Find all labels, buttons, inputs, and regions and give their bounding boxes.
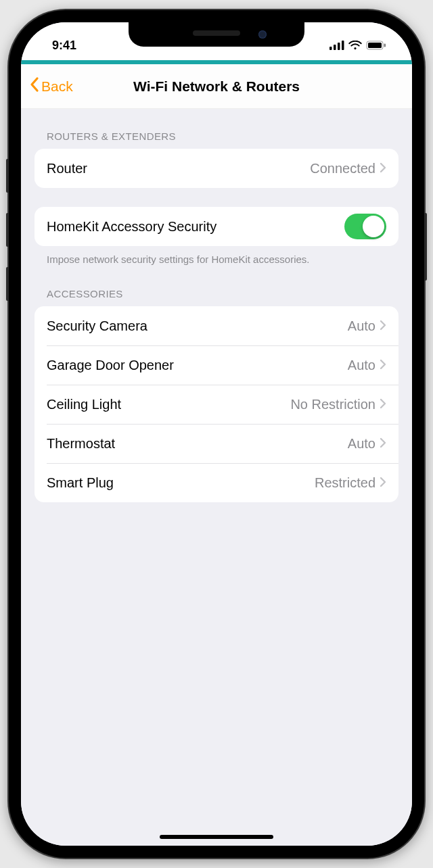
row-router[interactable]: Router Connected	[35, 149, 398, 188]
row-accessory-garage-door-opener[interactable]: Garage Door Opener Auto	[35, 345, 398, 385]
chevron-right-icon	[380, 436, 386, 452]
svg-rect-3	[342, 41, 344, 50]
group-accessories: Security Camera Auto Garage Door Opener …	[35, 306, 398, 502]
section-footer-security: Impose network security settings for Hom…	[35, 246, 398, 266]
row-label: Ceiling Light	[47, 397, 290, 412]
row-value: Auto	[348, 436, 375, 452]
svg-rect-2	[338, 43, 340, 50]
chevron-right-icon	[380, 475, 386, 491]
svg-rect-0	[329, 47, 332, 50]
svg-rect-6	[384, 44, 386, 47]
group-security: HomeKit Accessory Security	[35, 207, 398, 246]
row-label: Security Camera	[47, 318, 348, 334]
row-accessory-smart-plug[interactable]: Smart Plug Restricted	[35, 463, 398, 502]
back-button[interactable]: Back	[21, 76, 73, 96]
chevron-right-icon	[380, 397, 386, 412]
row-label: HomeKit Accessory Security	[47, 219, 344, 235]
row-label: Smart Plug	[47, 475, 315, 491]
row-value: No Restriction	[290, 397, 375, 412]
svg-rect-1	[334, 45, 336, 50]
status-time: 9:41	[41, 39, 76, 53]
section-header-routers: Routers & Extenders	[35, 109, 398, 149]
page-title: Wi-Fi Network & Routers	[21, 78, 412, 95]
cellular-signal-icon	[329, 41, 344, 50]
row-accessory-ceiling-light[interactable]: Ceiling Light No Restriction	[35, 385, 398, 424]
homekit-security-toggle[interactable]	[344, 214, 386, 239]
row-label: Thermostat	[47, 436, 348, 452]
front-camera	[258, 30, 267, 39]
chevron-right-icon	[380, 358, 386, 373]
row-homekit-security: HomeKit Accessory Security	[35, 207, 398, 246]
battery-icon	[366, 41, 386, 50]
notch	[129, 22, 304, 47]
row-value: Connected	[310, 161, 375, 176]
row-value: Auto	[348, 358, 375, 373]
row-label: Router	[47, 161, 310, 176]
row-accessory-security-camera[interactable]: Security Camera Auto	[35, 306, 398, 345]
row-label: Garage Door Opener	[47, 358, 348, 373]
navigation-bar: Back Wi-Fi Network & Routers	[21, 64, 412, 109]
row-value: Auto	[348, 318, 375, 334]
device-frame: 9:41	[9, 10, 424, 858]
chevron-left-icon	[29, 76, 40, 96]
content-scroll[interactable]: Routers & Extenders Router Connected Hom…	[21, 109, 412, 846]
back-label: Back	[41, 78, 73, 95]
speaker-grille	[193, 30, 240, 36]
svg-rect-5	[368, 43, 382, 48]
row-value: Restricted	[315, 475, 375, 491]
home-indicator[interactable]	[160, 835, 273, 839]
status-right	[329, 41, 392, 50]
section-header-accessories: Accessories	[35, 266, 398, 306]
group-routers: Router Connected	[35, 149, 398, 188]
row-accessory-thermostat[interactable]: Thermostat Auto	[35, 424, 398, 463]
toggle-knob	[363, 216, 384, 237]
chevron-right-icon	[380, 318, 386, 334]
chevron-right-icon	[380, 161, 386, 176]
screen: 9:41	[21, 22, 412, 846]
wifi-icon	[348, 41, 362, 50]
